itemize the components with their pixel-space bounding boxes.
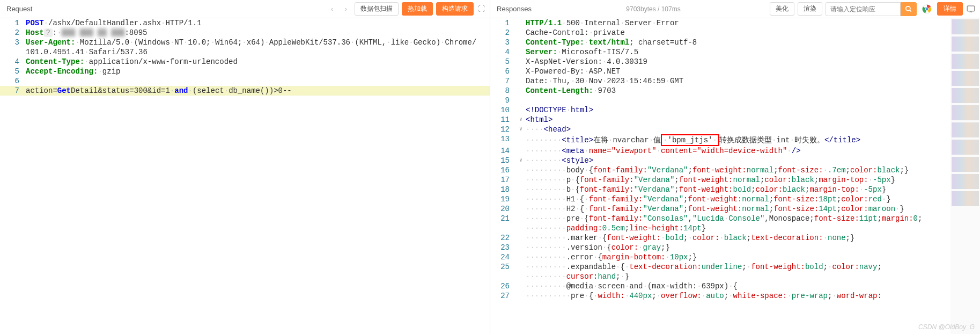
search-icon xyxy=(905,5,912,13)
svg-rect-6 xyxy=(967,6,975,11)
highlighted-db-name: ·'bpm_jtjs'· xyxy=(661,134,719,146)
beautify-button[interactable]: 美化 xyxy=(770,2,794,16)
watermark: CSDN @OldBoy_G xyxy=(918,323,975,331)
minimap[interactable] xyxy=(950,18,980,334)
chrome-icon[interactable] xyxy=(922,4,932,14)
request-header: Request ‹ › 数据包扫描 热加载 构造请求 ⛶ xyxy=(0,0,490,18)
svg-line-1 xyxy=(910,10,911,11)
comment-icon[interactable] xyxy=(966,4,976,14)
search-button[interactable] xyxy=(901,2,917,16)
render-button[interactable]: 渲染 xyxy=(798,2,822,16)
fold-toggle-icon[interactable]: ∨ xyxy=(516,156,526,165)
svg-point-0 xyxy=(906,6,910,10)
prev-arrow-icon[interactable]: ‹ xyxy=(327,4,337,14)
search-input[interactable] xyxy=(826,2,901,16)
request-code-area[interactable]: 1POST·/ashx/DefaultHandler.ashx·HTTP/1.1… xyxy=(0,18,490,334)
request-title: Request xyxy=(4,5,32,13)
response-code-area[interactable]: 1HTTP/1.1·500·Internal·Server·Error 2Cac… xyxy=(490,18,980,334)
response-stats: 9703bytes / 107ms xyxy=(626,5,680,13)
response-header: Responses 9703bytes / 107ms 美化 渲染 详情 xyxy=(490,0,980,18)
response-panel: Responses 9703bytes / 107ms 美化 渲染 详情 1HT… xyxy=(490,0,980,334)
scan-button[interactable]: 数据包扫描 xyxy=(355,2,399,16)
request-panel: Request ‹ › 数据包扫描 热加载 构造请求 ⛶ 1POST·/ashx… xyxy=(0,0,490,334)
next-arrow-icon[interactable]: › xyxy=(341,4,351,14)
response-title: Responses xyxy=(495,5,532,13)
detail-button[interactable]: 详情 xyxy=(937,2,963,16)
expand-icon[interactable]: ⛶ xyxy=(477,5,485,13)
fold-toggle-icon[interactable]: ∨ xyxy=(516,125,526,134)
hotload-button[interactable]: 热加载 xyxy=(402,2,433,16)
fold-toggle-icon[interactable]: ∨ xyxy=(516,115,526,125)
build-request-button[interactable]: 构造请求 xyxy=(436,2,474,16)
svg-point-5 xyxy=(926,8,929,10)
line-number: 1 xyxy=(0,18,26,28)
